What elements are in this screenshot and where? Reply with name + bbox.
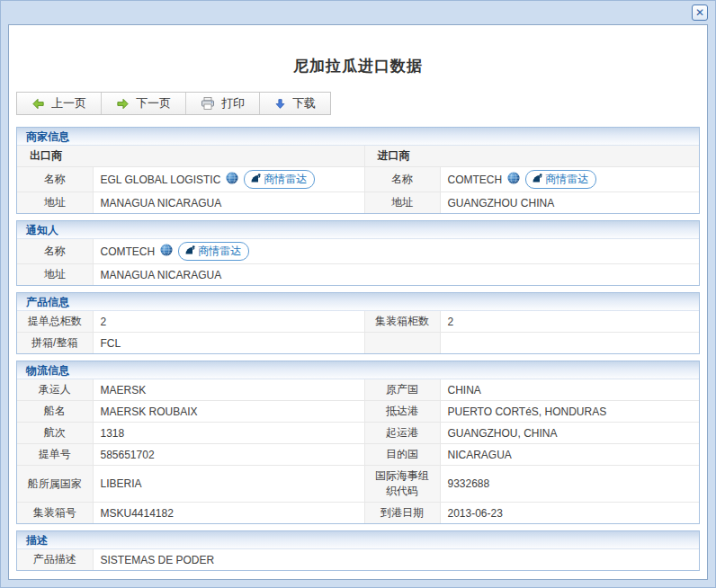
field-value: MAERSK <box>93 379 364 401</box>
business-radar-label: 商情雷达 <box>264 172 307 187</box>
modal-titlebar: ✕ <box>1 1 715 24</box>
field-value: 2 <box>440 311 699 333</box>
table-row: 提单总柜数 2 集装箱柜数 2 <box>17 311 699 333</box>
table-row: 承运人 MAERSK 原产国 CHINA <box>17 379 699 401</box>
importer-name-cell: COMTECH 商情雷达 <box>440 167 699 192</box>
prev-page-label: 上一页 <box>51 95 86 111</box>
globe-icon[interactable] <box>160 244 173 259</box>
table-row: 船所属国家 LIBERIA 国际海事组织代码 9332688 <box>17 466 699 503</box>
exporter-address-label: 地址 <box>17 192 93 214</box>
field-value: 1318 <box>93 423 364 444</box>
description-table: 产品描述 SISTEMAS DE PODER <box>17 549 699 570</box>
business-radar-label: 商情雷达 <box>545 172 588 187</box>
field-value: 2013-06-23 <box>440 503 699 524</box>
notify-name: COMTECH <box>101 245 156 258</box>
section-header-description: 描述 <box>17 531 699 549</box>
print-label: 打印 <box>221 95 245 111</box>
satellite-dish-icon <box>250 173 261 186</box>
section-notify-party: 通知人 名称 COMTECH <box>16 220 700 286</box>
business-radar-label: 商情雷达 <box>198 244 241 259</box>
importer-address-label: 地址 <box>364 192 440 214</box>
field-label: 起运港 <box>364 423 440 444</box>
download-button[interactable]: 下载 <box>260 93 330 114</box>
table-row: 航次 1318 起运港 GUANGZHOU, CHINA <box>17 423 699 444</box>
table-row: 拼箱/整箱 FCL <box>17 333 699 354</box>
notify-address: MANAGUA NICARAGUA <box>93 264 699 286</box>
field-value: 9332688 <box>440 466 699 503</box>
section-header-product: 产品信息 <box>17 293 699 311</box>
field-value: 2 <box>93 311 364 333</box>
modal-window: ✕ 尼加拉瓜进口数据 上一页 下一页 <box>0 0 716 588</box>
prev-page-button[interactable]: 上一页 <box>17 93 102 114</box>
table-row: 产品描述 SISTEMAS DE PODER <box>17 549 699 570</box>
arrow-down-icon <box>274 98 286 110</box>
field-label: 集装箱号 <box>17 503 93 524</box>
page-title: 尼加拉瓜进口数据 <box>9 56 707 76</box>
field-label: 船所属国家 <box>17 466 93 503</box>
field-value: FCL <box>93 333 364 354</box>
next-page-label: 下一页 <box>136 95 171 111</box>
importer-name-label: 名称 <box>364 167 440 192</box>
product-description-label: 产品描述 <box>17 549 93 570</box>
exporter-name-label: 名称 <box>17 167 93 192</box>
field-value: NICARAGUA <box>440 444 699 466</box>
next-page-button[interactable]: 下一页 <box>102 93 186 114</box>
notify-name-cell: COMTECH 商情雷达 <box>93 239 699 264</box>
printer-icon <box>201 96 215 111</box>
toolbar: 上一页 下一页 打印 <box>16 92 331 115</box>
download-label: 下载 <box>292 95 316 111</box>
field-value <box>440 333 699 354</box>
field-label: 提单号 <box>17 444 93 466</box>
field-label: 原产国 <box>364 379 440 401</box>
section-header-logistics: 物流信息 <box>17 361 699 379</box>
importer-name: COMTECH <box>448 174 503 186</box>
arrow-right-icon <box>116 97 130 111</box>
field-value: 585651702 <box>93 444 364 466</box>
field-value: GUANGZHOU, CHINA <box>440 423 699 444</box>
table-row: 提单号 585651702 目的国 NICARAGUA <box>17 444 699 466</box>
globe-icon[interactable] <box>226 172 238 187</box>
field-label: 承运人 <box>17 379 93 401</box>
print-button[interactable]: 打印 <box>186 93 260 114</box>
close-icon[interactable]: ✕ <box>692 4 708 21</box>
merchant-table: 出口商 进口商 名称 EGL GLOBAL LOGISTIC <box>17 146 699 213</box>
table-row: 集装箱号 MSKU4414182 到港日期 2013-06-23 <box>17 503 699 524</box>
globe-icon[interactable] <box>507 172 520 187</box>
exporter-header: 出口商 <box>17 146 364 167</box>
product-description-value: SISTEMAS DE PODER <box>93 549 699 570</box>
section-header-notify: 通知人 <box>17 221 699 239</box>
notify-table: 名称 COMTECH 商情雷达 <box>17 239 699 285</box>
field-label: 到港日期 <box>364 503 440 524</box>
satellite-dish-icon <box>184 245 195 258</box>
field-label: 拼箱/整箱 <box>17 333 93 354</box>
business-radar-badge[interactable]: 商情雷达 <box>525 170 596 189</box>
importer-address: GUANGZHOU CHINA <box>440 192 699 214</box>
field-label: 国际海事组织代码 <box>364 466 440 503</box>
field-label: 船名 <box>17 401 93 423</box>
satellite-dish-icon <box>532 173 542 186</box>
field-label: 目的国 <box>364 444 440 466</box>
exporter-name: EGL GLOBAL LOGISTIC <box>101 174 221 186</box>
section-description: 描述 产品描述 SISTEMAS DE PODER <box>16 530 700 571</box>
business-radar-badge[interactable]: 商情雷达 <box>244 170 315 189</box>
section-merchant-info: 商家信息 出口商 进口商 名称 EGL GLOBAL LOGISTIC <box>16 127 700 214</box>
section-product-info: 产品信息 提单总柜数 2 集装箱柜数 2 拼箱/整箱 FCL <box>16 292 700 354</box>
logistics-table: 承运人 MAERSK 原产国 CHINA 船名 MAERSK ROUBAIX 抵… <box>17 379 699 523</box>
importer-header: 进口商 <box>364 146 699 167</box>
field-label: 集装箱柜数 <box>364 311 440 333</box>
field-label: 航次 <box>17 423 93 444</box>
field-value: LIBERIA <box>93 466 364 503</box>
field-label <box>364 333 440 354</box>
table-row: 船名 MAERSK ROUBAIX 抵达港 PUERTO CORTéS, HON… <box>17 401 699 423</box>
section-header-merchant: 商家信息 <box>17 128 699 146</box>
arrow-left-icon <box>31 97 45 111</box>
modal-content: 尼加拉瓜进口数据 上一页 下一页 <box>8 24 708 580</box>
exporter-address: MANAGUA NICARAGUA <box>93 192 364 214</box>
field-value: MAERSK ROUBAIX <box>93 401 364 423</box>
notify-name-label: 名称 <box>17 239 93 264</box>
business-radar-badge[interactable]: 商情雷达 <box>178 242 249 261</box>
section-logistics-info: 物流信息 承运人 MAERSK 原产国 CHINA 船名 MAERSK ROUB… <box>16 361 700 524</box>
field-label: 提单总柜数 <box>17 311 93 333</box>
notify-address-label: 地址 <box>17 264 93 286</box>
product-table: 提单总柜数 2 集装箱柜数 2 拼箱/整箱 FCL <box>17 311 699 353</box>
